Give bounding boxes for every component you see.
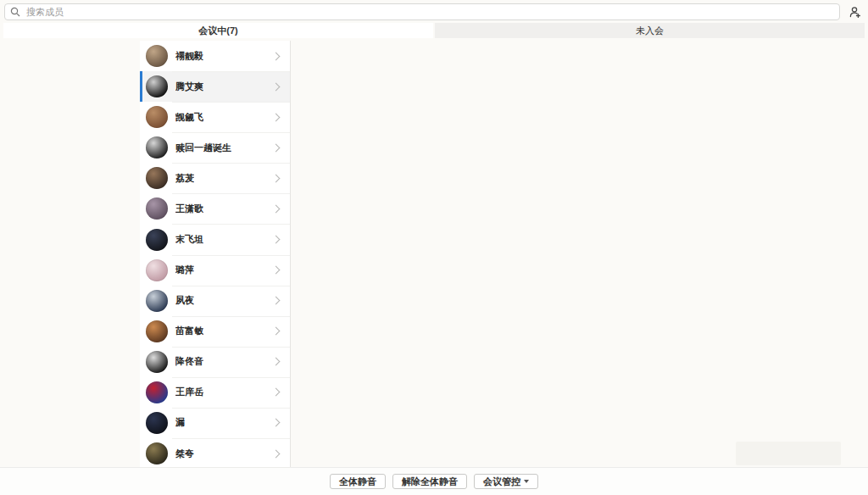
member-avatar <box>146 412 168 434</box>
member-avatar <box>146 45 168 67</box>
member-avatar <box>146 320 168 342</box>
search-icon <box>10 7 20 17</box>
chevron-right-icon <box>272 143 281 152</box>
chevron-right-icon <box>272 52 281 60</box>
member-row[interactable]: 苗富敏 <box>140 316 290 347</box>
chevron-right-icon <box>272 297 281 305</box>
member-name: 王潇歌 <box>175 203 203 215</box>
tab-in-meeting[interactable]: 会议中(7) <box>3 23 433 38</box>
caret-down-icon <box>524 480 529 483</box>
member-avatar <box>146 229 168 251</box>
member-avatar <box>146 259 168 281</box>
chevron-right-icon <box>272 204 281 213</box>
member-name: 觊觎飞 <box>175 111 203 124</box>
member-name: 禤靓毅 <box>175 50 203 63</box>
footer-actions: 全体静音 解除全体静音 会议管控 <box>0 467 868 495</box>
search-box[interactable] <box>4 3 840 20</box>
unmute-all-button[interactable]: 解除全体静音 <box>392 474 467 489</box>
member-name: 璐萍 <box>175 264 194 276</box>
member-name: 赎回一趟诞生 <box>175 142 231 154</box>
member-avatar <box>146 167 168 189</box>
chevron-right-icon <box>272 327 281 336</box>
member-row[interactable]: 璐萍 <box>140 255 290 286</box>
member-row[interactable]: 觊觎飞 <box>140 102 290 132</box>
mute-all-button[interactable]: 全体静音 <box>330 474 386 489</box>
chevron-right-icon <box>272 266 281 275</box>
member-name: 腾艾爽 <box>175 81 203 93</box>
search-input[interactable] <box>25 6 834 18</box>
member-avatar <box>146 381 168 403</box>
chevron-right-icon <box>272 449 281 458</box>
member-row[interactable]: 桀夸 <box>140 438 290 469</box>
member-row[interactable]: 禤靓毅 <box>140 41 290 71</box>
member-avatar <box>146 197 168 220</box>
chevron-right-icon <box>272 419 281 427</box>
member-name: 桀夸 <box>175 448 194 460</box>
member-avatar <box>146 442 168 464</box>
member-name: 夙夜 <box>175 294 194 307</box>
member-row[interactable]: 夙夜 <box>140 286 290 316</box>
member-avatar <box>146 136 168 159</box>
tab-not-joined[interactable]: 未入会 <box>435 23 865 38</box>
watermark <box>736 442 841 465</box>
member-name: 苗富敏 <box>175 325 203 337</box>
member-tabs: 会议中(7) 未入会 <box>3 23 865 38</box>
member-avatar <box>146 75 168 97</box>
member-name: 末飞坦 <box>175 233 203 246</box>
member-row[interactable]: 腾艾爽 <box>140 71 290 102</box>
chevron-right-icon <box>272 82 281 91</box>
member-row[interactable]: 赎回一趟诞生 <box>140 132 290 163</box>
chevron-right-icon <box>272 388 281 397</box>
chevron-right-icon <box>272 358 281 366</box>
member-list: 禤靓毅 腾艾爽 觊觎飞 赎回一趟诞生 荔茇 王潇歌 末飞坦 <box>140 41 291 469</box>
member-row[interactable]: 王庠岳 <box>140 377 290 408</box>
member-row[interactable]: 降佟音 <box>140 347 290 377</box>
member-avatar <box>146 351 168 373</box>
member-avatar <box>146 106 168 128</box>
member-row[interactable]: 荔茇 <box>140 163 290 193</box>
member-name: 王庠岳 <box>175 386 203 398</box>
member-name: 降佟音 <box>175 355 203 368</box>
add-member-icon <box>849 6 861 19</box>
chevron-right-icon <box>272 174 281 182</box>
top-search-bar <box>4 3 864 20</box>
chevron-right-icon <box>272 236 281 244</box>
member-name: 荔茇 <box>175 172 194 185</box>
member-row[interactable]: 王潇歌 <box>140 193 290 224</box>
meeting-members-panel: 会议中(7) 未入会 禤靓毅 腾艾爽 觊觎飞 赎回一趟诞生 荔茇 王潇歌 <box>0 0 868 495</box>
chevron-right-icon <box>272 113 281 121</box>
member-row[interactable]: 漏 <box>140 408 290 438</box>
member-row[interactable]: 末飞坦 <box>140 224 290 254</box>
member-avatar <box>146 290 168 312</box>
member-name: 漏 <box>175 416 185 429</box>
add-member-button[interactable] <box>845 3 864 20</box>
meeting-control-button[interactable]: 会议管控 <box>474 474 538 489</box>
meeting-control-label: 会议管控 <box>483 476 520 487</box>
